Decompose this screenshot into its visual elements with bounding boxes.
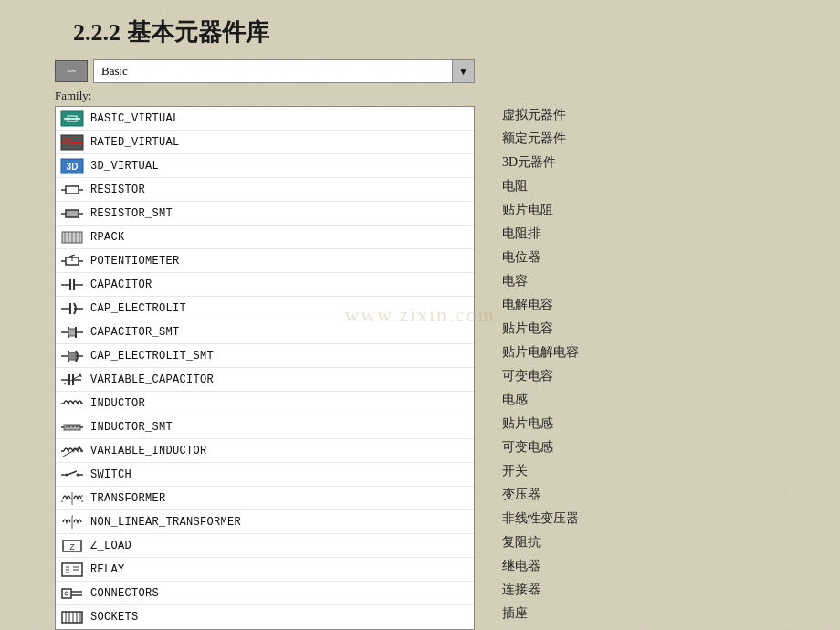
label-capacitor_smt: CAPACITOR_SMT xyxy=(90,326,180,339)
desc-sockets: 插座 xyxy=(502,602,579,625)
icon-resistor_smt xyxy=(59,205,85,223)
label-cap_electrolit: CAP_ELECTROLIT xyxy=(90,302,186,315)
label-connectors: CONNECTORS xyxy=(90,587,159,600)
icon-switch xyxy=(59,466,85,484)
desc-rpack: 电阻排 xyxy=(502,222,579,246)
desc-cap_electrolit_smt: 贴片电解电容 xyxy=(502,341,579,364)
desc-connectors: 连接器 xyxy=(502,578,579,602)
list-item-rpack[interactable]: RPACK xyxy=(56,226,474,249)
desc-capacitor_smt: 贴片电容 xyxy=(502,317,579,341)
desc-cap_electrolit: 电解电容 xyxy=(502,293,579,317)
label-potentiometer: POTENTIOMETER xyxy=(90,255,180,268)
desc-inductor_smt: 贴片电感 xyxy=(502,412,579,436)
desc-nonlinear_transformer: 非线性变压器 xyxy=(502,507,579,530)
svg-rect-36 xyxy=(68,329,76,336)
label-variable_capacitor: VARIABLE_CAPACITOR xyxy=(90,373,214,386)
list-item-variable_capacitor[interactable]: VARIABLE_CAPACITOR xyxy=(56,368,474,392)
list-item-switch[interactable]: SWITCH xyxy=(56,463,474,487)
label-rpack: RPACK xyxy=(90,231,125,244)
icon-rated_virtual xyxy=(59,133,85,152)
database-dropdown[interactable]: Basic ▼ xyxy=(93,59,475,83)
list-item-cap_electrolit[interactable]: CAP_ELECTROLIT xyxy=(56,297,474,320)
label-resistor_smt: RESISTOR_SMT xyxy=(90,207,173,220)
label-3d_virtual: 3D_VIRTUAL xyxy=(90,160,159,173)
desc-switch: 开关 xyxy=(502,459,579,483)
list-item-connectors[interactable]: CONNECTORS xyxy=(56,582,474,605)
svg-rect-72 xyxy=(62,563,82,576)
list-item-nonlinear_transformer[interactable]: NON_LINEAR_TRANSFORMER xyxy=(56,510,474,534)
desc-rated_virtual: 额定元器件 xyxy=(502,127,579,151)
svg-text:Z: Z xyxy=(69,542,75,551)
label-rated_virtual: RATED_VIRTUAL xyxy=(90,136,180,149)
desc-potentiometer: 电位器 xyxy=(502,246,579,269)
icon-connectors xyxy=(59,584,85,603)
list-item-variable_inductor[interactable]: VARIABLE_INDUCTOR xyxy=(56,439,474,463)
svg-rect-82 xyxy=(62,612,82,623)
list-item-z_load[interactable]: ZZ_LOAD xyxy=(56,534,474,558)
list-item-transformer[interactable]: TRANSFORMER xyxy=(56,487,474,510)
svg-text:3D: 3D xyxy=(67,162,79,172)
component-list: BASIC_VIRTUALRATED_VIRTUAL3D3D_VIRTUALRE… xyxy=(55,106,475,630)
dropdown-value: Basic xyxy=(101,64,128,79)
list-item-inductor_smt[interactable]: INDUCTOR_SMT xyxy=(56,415,474,439)
desc-basic_virtual: 虚拟元器件 xyxy=(502,103,579,127)
list-item-capacitor_smt[interactable]: CAPACITOR_SMT xyxy=(56,320,474,344)
db-icon: ~~ xyxy=(55,60,88,82)
icon-3d_virtual: 3D xyxy=(59,157,85,175)
list-item-capacitor[interactable]: CAPACITOR xyxy=(56,273,474,297)
list-item-resistor_smt[interactable]: RESISTOR_SMT xyxy=(56,202,474,226)
icon-rpack xyxy=(59,228,85,247)
list-item-basic_virtual[interactable]: BASIC_VIRTUAL xyxy=(56,107,474,131)
list-item-relay[interactable]: RELAY xyxy=(56,558,474,582)
svg-marker-48 xyxy=(79,373,82,377)
desc-relay: 继电器 xyxy=(502,554,579,578)
desc-resistor: 电阻 xyxy=(502,174,579,198)
icon-relay xyxy=(59,561,85,579)
list-item-sockets[interactable]: SOCKETS xyxy=(56,605,474,629)
svg-rect-41 xyxy=(68,352,76,360)
left-panel: ~~ Basic ▼ Family: BASIC_VIRTUALRATED_VI… xyxy=(55,59,475,630)
icon-cap_electrolit_smt xyxy=(59,347,85,365)
icon-resistor xyxy=(59,181,85,199)
label-variable_inductor: VARIABLE_INDUCTOR xyxy=(90,445,207,457)
svg-line-60 xyxy=(68,471,77,475)
desc-variable_inductor: 可变电感 xyxy=(502,436,579,459)
icon-potentiometer xyxy=(59,252,85,270)
label-sockets: SOCKETS xyxy=(90,611,139,624)
list-item-resistor[interactable]: RESISTOR xyxy=(56,178,474,202)
label-basic_virtual: BASIC_VIRTUAL xyxy=(90,112,180,125)
list-item-cap_electrolit_smt[interactable]: CAP_ELECTROLIT_SMT xyxy=(56,344,474,368)
family-label: Family: xyxy=(55,87,475,106)
list-item-potentiometer[interactable]: POTENTIOMETER xyxy=(56,249,474,273)
page-title: 2.2.2 基本元器件库 xyxy=(0,0,840,59)
label-nonlinear_transformer: NON_LINEAR_TRANSFORMER xyxy=(90,516,241,529)
label-resistor: RESISTOR xyxy=(90,184,145,196)
desc-transformer: 变压器 xyxy=(502,483,579,507)
dropdown-arrow[interactable]: ▼ xyxy=(452,60,474,82)
svg-rect-11 xyxy=(66,186,79,194)
icon-variable_inductor xyxy=(59,442,85,460)
svg-rect-14 xyxy=(66,210,79,217)
icon-capacitor xyxy=(59,276,85,294)
icon-capacitor_smt xyxy=(59,323,85,341)
icon-cap_electrolit xyxy=(59,299,85,318)
icon-basic_virtual xyxy=(59,110,85,128)
label-inductor: INDUCTOR xyxy=(90,397,145,410)
icon-sockets xyxy=(59,608,85,626)
label-relay: RELAY xyxy=(90,563,125,576)
desc-variable_capacitor: 可变电容 xyxy=(502,364,579,388)
icon-inductor_smt xyxy=(59,418,85,436)
list-item-3d_virtual[interactable]: 3D3D_VIRTUAL xyxy=(56,154,474,178)
icon-inductor xyxy=(59,394,85,413)
label-capacitor: CAPACITOR xyxy=(90,278,152,291)
label-switch: SWITCH xyxy=(90,468,131,481)
icon-nonlinear_transformer xyxy=(59,513,85,531)
list-item-inductor[interactable]: INDUCTOR xyxy=(56,392,474,415)
desc-resistor_smt: 贴片电阻 xyxy=(502,198,579,222)
label-inductor_smt: INDUCTOR_SMT xyxy=(90,421,173,434)
list-item-rated_virtual[interactable]: RATED_VIRTUAL xyxy=(56,131,474,154)
desc-3d_virtual: 3D元器件 xyxy=(502,151,579,174)
right-panel: 虚拟元器件额定元器件3D元器件电阻贴片电阻电阻排电位器电容电解电容贴片电容贴片电… xyxy=(502,59,579,630)
icon-transformer xyxy=(59,489,85,508)
desc-capacitor: 电容 xyxy=(502,269,579,293)
